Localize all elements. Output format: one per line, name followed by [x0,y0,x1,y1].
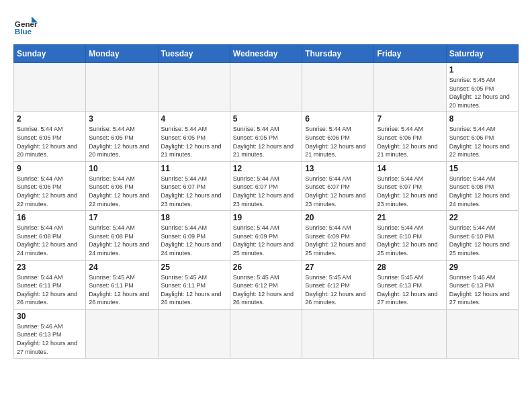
calendar-day-cell [230,309,302,358]
calendar-week-row: 1Sunrise: 5:45 AM Sunset: 6:05 PM Daylig… [14,63,519,112]
calendar-day-cell: 19Sunrise: 5:44 AM Sunset: 6:09 PM Dayli… [230,211,302,260]
calendar-day-cell: 12Sunrise: 5:44 AM Sunset: 6:07 PM Dayli… [230,161,302,210]
calendar-day-header: Friday [374,45,446,63]
logo-icon: General Blue [13,13,38,38]
day-number: 2 [17,114,83,124]
day-number: 4 [161,114,227,124]
day-number: 12 [233,164,299,173]
calendar-day-cell: 9Sunrise: 5:44 AM Sunset: 6:06 PM Daylig… [14,161,86,210]
calendar-day-cell: 27Sunrise: 5:45 AM Sunset: 6:12 PM Dayli… [302,260,374,309]
day-number: 18 [161,213,227,222]
calendar-week-row: 23Sunrise: 5:44 AM Sunset: 6:11 PM Dayli… [14,260,519,309]
day-number: 29 [449,263,515,272]
calendar-day-cell [446,309,518,358]
day-number: 19 [233,213,299,222]
day-info: Sunrise: 5:44 AM Sunset: 6:07 PM Dayligh… [233,175,299,208]
calendar-day-cell [158,63,230,112]
day-info: Sunrise: 5:45 AM Sunset: 6:11 PM Dayligh… [89,273,154,307]
day-info: Sunrise: 5:44 AM Sunset: 6:06 PM Dayligh… [17,175,83,208]
day-number: 6 [305,114,371,124]
day-number: 17 [89,213,154,222]
calendar-day-cell: 5Sunrise: 5:44 AM Sunset: 6:05 PM Daylig… [230,112,302,161]
calendar-day-cell: 22Sunrise: 5:44 AM Sunset: 6:10 PM Dayli… [446,211,518,260]
calendar-day-cell [158,309,230,358]
calendar-day-cell: 6Sunrise: 5:44 AM Sunset: 6:06 PM Daylig… [302,112,374,161]
calendar-day-cell: 25Sunrise: 5:45 AM Sunset: 6:11 PM Dayli… [158,260,230,309]
calendar-day-cell: 16Sunrise: 5:44 AM Sunset: 6:08 PM Dayli… [14,211,86,260]
day-info: Sunrise: 5:44 AM Sunset: 6:07 PM Dayligh… [305,175,371,208]
day-number: 9 [17,164,83,173]
calendar-day-cell [302,63,374,112]
day-number: 26 [233,263,299,272]
day-info: Sunrise: 5:44 AM Sunset: 6:05 PM Dayligh… [89,125,154,158]
calendar-day-cell: 8Sunrise: 5:44 AM Sunset: 6:06 PM Daylig… [446,112,518,161]
calendar-day-cell: 30Sunrise: 5:46 AM Sunset: 6:13 PM Dayli… [14,309,86,358]
calendar-header-row: SundayMondayTuesdayWednesdayThursdayFrid… [14,45,519,63]
calendar-day-header: Sunday [14,45,86,63]
calendar-day-cell: 26Sunrise: 5:45 AM Sunset: 6:12 PM Dayli… [230,260,302,309]
day-info: Sunrise: 5:44 AM Sunset: 6:08 PM Dayligh… [17,224,83,257]
calendar-day-cell: 14Sunrise: 5:44 AM Sunset: 6:07 PM Dayli… [374,161,446,210]
calendar-day-header: Saturday [446,45,518,63]
day-number: 14 [377,164,443,173]
calendar-day-cell: 10Sunrise: 5:44 AM Sunset: 6:06 PM Dayli… [86,161,158,210]
day-number: 10 [89,164,154,173]
day-info: Sunrise: 5:46 AM Sunset: 6:13 PM Dayligh… [449,273,515,307]
logo: General Blue [13,13,38,38]
day-number: 25 [161,263,227,272]
calendar-day-cell: 28Sunrise: 5:45 AM Sunset: 6:13 PM Dayli… [374,260,446,309]
calendar-day-cell: 13Sunrise: 5:44 AM Sunset: 6:07 PM Dayli… [302,161,374,210]
day-number: 24 [89,263,154,272]
svg-text:Blue: Blue [15,27,32,36]
day-info: Sunrise: 5:44 AM Sunset: 6:06 PM Dayligh… [377,125,443,158]
day-info: Sunrise: 5:44 AM Sunset: 6:06 PM Dayligh… [305,125,371,158]
day-number: 30 [17,312,83,321]
calendar-day-cell [86,309,158,358]
day-info: Sunrise: 5:44 AM Sunset: 6:09 PM Dayligh… [161,224,227,257]
day-info: Sunrise: 5:44 AM Sunset: 6:06 PM Dayligh… [449,125,515,158]
day-number: 8 [449,114,515,124]
calendar-day-cell: 20Sunrise: 5:44 AM Sunset: 6:09 PM Dayli… [302,211,374,260]
calendar-day-cell: 3Sunrise: 5:44 AM Sunset: 6:05 PM Daylig… [86,112,158,161]
calendar-day-cell [374,309,446,358]
calendar-day-cell: 18Sunrise: 5:44 AM Sunset: 6:09 PM Dayli… [158,211,230,260]
day-info: Sunrise: 5:44 AM Sunset: 6:07 PM Dayligh… [161,175,227,208]
calendar-day-cell: 7Sunrise: 5:44 AM Sunset: 6:06 PM Daylig… [374,112,446,161]
day-info: Sunrise: 5:45 AM Sunset: 6:12 PM Dayligh… [305,273,371,307]
calendar-day-cell: 1Sunrise: 5:45 AM Sunset: 6:05 PM Daylig… [446,63,518,112]
day-info: Sunrise: 5:45 AM Sunset: 6:11 PM Dayligh… [161,273,227,307]
day-number: 3 [89,114,154,124]
day-info: Sunrise: 5:44 AM Sunset: 6:10 PM Dayligh… [449,224,515,257]
day-info: Sunrise: 5:44 AM Sunset: 6:08 PM Dayligh… [89,224,154,257]
day-number: 11 [161,164,227,173]
day-number: 7 [377,114,443,124]
calendar-day-cell: 4Sunrise: 5:44 AM Sunset: 6:05 PM Daylig… [158,112,230,161]
day-number: 1 [449,65,515,75]
day-number: 5 [233,114,299,124]
calendar-day-cell [374,63,446,112]
calendar-day-cell [302,309,374,358]
calendar-week-row: 2Sunrise: 5:44 AM Sunset: 6:05 PM Daylig… [14,112,519,161]
calendar-day-header: Tuesday [158,45,230,63]
calendar-day-header: Monday [86,45,158,63]
calendar-table: SundayMondayTuesdayWednesdayThursdayFrid… [13,44,519,359]
calendar-day-cell: 15Sunrise: 5:44 AM Sunset: 6:08 PM Dayli… [446,161,518,210]
calendar-week-row: 9Sunrise: 5:44 AM Sunset: 6:06 PM Daylig… [14,161,519,210]
day-number: 16 [17,213,83,222]
calendar-day-cell: 11Sunrise: 5:44 AM Sunset: 6:07 PM Dayli… [158,161,230,210]
calendar-day-cell: 24Sunrise: 5:45 AM Sunset: 6:11 PM Dayli… [86,260,158,309]
day-number: 28 [377,263,443,272]
day-info: Sunrise: 5:44 AM Sunset: 6:08 PM Dayligh… [449,175,515,208]
day-info: Sunrise: 5:45 AM Sunset: 6:13 PM Dayligh… [377,273,443,307]
day-info: Sunrise: 5:45 AM Sunset: 6:12 PM Dayligh… [233,273,299,307]
calendar-day-header: Wednesday [230,45,302,63]
calendar-week-row: 16Sunrise: 5:44 AM Sunset: 6:08 PM Dayli… [14,211,519,260]
day-info: Sunrise: 5:44 AM Sunset: 6:07 PM Dayligh… [377,175,443,208]
day-number: 15 [449,164,515,173]
day-info: Sunrise: 5:44 AM Sunset: 6:09 PM Dayligh… [305,224,371,257]
day-info: Sunrise: 5:46 AM Sunset: 6:13 PM Dayligh… [17,322,83,356]
day-info: Sunrise: 5:44 AM Sunset: 6:09 PM Dayligh… [233,224,299,257]
calendar-day-cell: 17Sunrise: 5:44 AM Sunset: 6:08 PM Dayli… [86,211,158,260]
calendar-week-row: 30Sunrise: 5:46 AM Sunset: 6:13 PM Dayli… [14,309,519,358]
day-number: 13 [305,164,371,173]
